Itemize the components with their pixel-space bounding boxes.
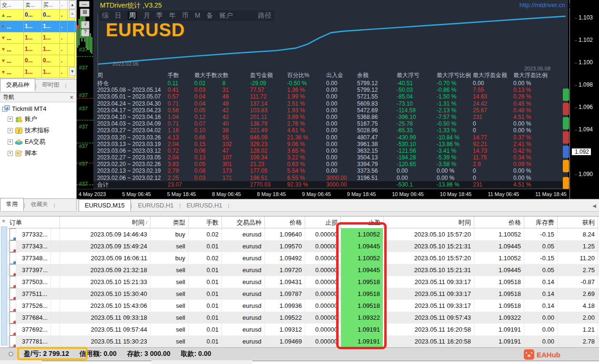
market-watch-row[interactable]: ▼...1...1....: [0, 67, 76, 78]
orders-col-header[interactable]: 时间: [384, 216, 474, 228]
sidebar-item-scripts[interactable]: +脚本: [2, 148, 76, 159]
market-watch-col-header[interactable]: 买...: [42, 0, 60, 10]
market-watch-row[interactable]: ▲...0...0....: [0, 10, 76, 21]
orders-col-header[interactable]: 库存费: [524, 216, 558, 228]
stats-value: -121.56: [397, 148, 437, 154]
stats-value: 0.00: [326, 93, 357, 100]
sidebar-item-indicators[interactable]: +f技术指标: [2, 125, 76, 136]
market-watch-row[interactable]: ▼...1...1....: [0, 21, 76, 32]
stats-value: 2.04: [168, 154, 194, 161]
orders-col-header[interactable]: 时间/: [60, 216, 150, 228]
close-icon[interactable]: ×: [2, 218, 5, 225]
scrollbar-thumb[interactable]: ≡: [69, 10, 76, 18]
stats-value: 0.00: [326, 161, 357, 167]
mt4-window: 交...卖...买.... ▲...0...0....▼...1...1....…: [0, 0, 599, 364]
order-row[interactable]: 377397...2023.05.09 21:32:18sell0.01euru…: [8, 264, 599, 276]
order-row[interactable]: 377503...2023.05.10 15:21:33sell0.01euru…: [8, 276, 599, 288]
tab-chart-1[interactable]: EURUSD,H1: [132, 200, 180, 211]
stats-value: -114.59: [397, 107, 437, 114]
trade-level-line: [77, 120, 93, 120]
orders-col-header[interactable]: 手数: [189, 216, 222, 228]
close-icon[interactable]: ×: [70, 94, 73, 101]
navigator-root-account[interactable]: Tickmill MT4: [2, 104, 76, 113]
tab-navigator-1[interactable]: 收藏夹: [25, 198, 54, 211]
candle: [77, 29, 78, 48]
stats-period-label: 2023.05.01 ~ 2023.05.07: [97, 93, 168, 100]
stats-period-label: 2023.02.20 ~ 2023.02.26: [97, 161, 168, 167]
tree-item-label: 技术指标: [25, 126, 50, 135]
orders-col-header[interactable]: 价格: [474, 216, 524, 228]
order-cell-sl: 0.00000: [305, 276, 341, 288]
market-watch-col-header[interactable]: 卖...: [24, 0, 42, 10]
market-watch-col-header[interactable]: .: [60, 0, 68, 10]
tab-chart-0[interactable]: EURUSD,M15: [79, 199, 131, 211]
tab-navigator-0[interactable]: 常用: [0, 198, 24, 211]
order-cell-close_time: 2023.05.11 09:33:17: [384, 300, 474, 312]
stats-value: 14.63: [473, 93, 513, 100]
tab-marketwatch-1[interactable]: 即时图: [37, 79, 65, 91]
stats-value: 0.63 %: [287, 161, 326, 167]
orders-col-header[interactable]: 获利: [558, 216, 598, 228]
stats-value: 0.05: [194, 107, 222, 114]
tab-chart-2[interactable]: EURUSD,H1: [181, 200, 228, 211]
tab-scroll-left-icon[interactable]: ◀: [592, 203, 596, 208]
help-button[interactable]: ?: [81, 29, 90, 37]
expand-plus-icon[interactable]: +: [8, 139, 13, 145]
mtdriver-panel: MTDriver统计 ,V3.25 http://mtdriver.cn 综日周…: [93, 0, 568, 189]
stats-value: 0.00 %: [437, 175, 473, 181]
order-row[interactable]: 377526...2023.05.10 15:43:06sell0.01euru…: [8, 300, 599, 312]
stats-value: -2.13 %: [437, 107, 473, 114]
accounts-icon: [15, 116, 23, 123]
scroll-down-icon[interactable]: ▼: [69, 67, 76, 76]
orders-col-header[interactable]: 价格: [265, 216, 305, 228]
expand-plus-icon[interactable]: +: [8, 117, 13, 122]
expand-plus-icon[interactable]: +: [8, 128, 13, 133]
orders-col-header[interactable]: 交易品种: [222, 216, 265, 228]
order-row[interactable]: 377343...2023.05.09 15:49:24sell0.01euru…: [8, 240, 599, 252]
order-row[interactable]: 377348...2023.05.09 16:06:11buy0.02eurus…: [8, 252, 599, 264]
confirm-button[interactable]: √: [81, 21, 90, 29]
panel-splitter[interactable]: [0, 211, 599, 216]
order-row[interactable]: 377781...2023.05.11 15:30:23sell0.01euru…: [8, 335, 599, 347]
order-cell-order: 377526...: [8, 300, 60, 312]
order-row[interactable]: 377332...2023.05.09 14:46:43buy0.02eurus…: [8, 228, 599, 240]
order-row[interactable]: 377692...2023.05.11 09:57:44sell0.01euru…: [8, 324, 599, 335]
market-watch-row[interactable]: ▼...0...0....: [0, 55, 76, 67]
order-row[interactable]: 377684...2023.05.11 09:33:18sell0.01euru…: [8, 312, 599, 324]
tab-marketwatch-0[interactable]: 交易品种: [0, 79, 35, 91]
expand-plus-icon[interactable]: +: [8, 151, 13, 156]
stats-value: 0.00 %: [513, 167, 559, 174]
stats-value: [357, 181, 397, 188]
scroll-up-icon[interactable]: ▲: [69, 0, 76, 9]
orders-col-header[interactable]: 类型: [150, 216, 189, 228]
sidebar-item-ea[interactable]: +EA交易: [2, 136, 76, 148]
trade-ticket-label: #37: [79, 47, 88, 52]
order-row[interactable]: 377511...2023.05.10 15:30:40sell0.01euru…: [8, 288, 599, 300]
stats-col-header: 出入金: [326, 71, 357, 80]
order-cell-profit: 1.21: [558, 324, 598, 335]
order-cell-close_price: 1.09322: [474, 312, 524, 324]
market-watch-row[interactable]: ▼...1...1....: [0, 32, 76, 44]
orders-col-header[interactable]: 止盈: [341, 216, 384, 228]
orders-col-header[interactable]: 止损: [305, 216, 341, 228]
symbol-label: ...: [7, 58, 11, 64]
market-watch-row[interactable]: ▼...1...1....: [0, 44, 76, 55]
stats-value: -1.50 %: [437, 93, 473, 100]
price-tick-label: 1.100: [575, 59, 593, 66]
panel-url-link[interactable]: http://mtdriver.cn: [519, 1, 565, 9]
price-tick-label: 1.103: [575, 14, 593, 21]
order-cell-sl: 0.00000: [305, 240, 341, 252]
sidebar-item-accounts[interactable]: +账户: [2, 113, 76, 125]
market-watch-col-header[interactable]: 交...: [0, 0, 24, 10]
order-cell-order: 377692...: [8, 324, 60, 335]
stats-value: 3504.13: [357, 154, 397, 161]
chart-style-button[interactable]: ▨: [80, 9, 90, 17]
order-cell-sl: 0.00000: [305, 312, 341, 324]
stats-value: [194, 181, 222, 188]
order-cell-order: 377332...: [8, 228, 60, 240]
orders-col-header[interactable]: 订单: [8, 216, 60, 228]
minimize-button[interactable]: —: [79, 1, 90, 7]
order-cell-tp: 1.09191: [341, 324, 384, 335]
stats-value: 8: [222, 80, 250, 87]
order-cell-price: 1.09936: [265, 300, 305, 312]
